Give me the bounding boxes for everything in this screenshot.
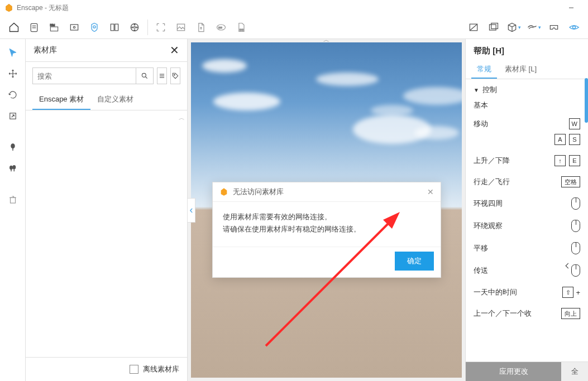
main-area: 素材库 ✕ Enscape 素材 自定义素材 ︿ 离线素材库 ︿ ‹ xyxy=(0,39,588,381)
help-subhead-basic: 基本 xyxy=(474,100,580,110)
view-manage-button[interactable] xyxy=(65,18,84,37)
svg-point-13 xyxy=(134,24,135,25)
svg-rect-32 xyxy=(13,169,15,172)
help-panel: 帮助 [H] 常规 素材库 [L] ▼ 控制 基本 移动 W AS 上升／下降 … xyxy=(465,39,588,381)
minimize-button[interactable] xyxy=(559,0,584,16)
mouse-icon xyxy=(571,220,580,232)
svg-line-35 xyxy=(146,77,147,79)
scroll-up-icon: ︿ xyxy=(179,114,185,122)
svg-point-30 xyxy=(12,165,16,170)
mouse-icon xyxy=(571,242,580,254)
vr-button[interactable] xyxy=(544,18,563,37)
image-button[interactable] xyxy=(171,18,190,37)
help-tab-assets[interactable]: 素材库 [L] xyxy=(499,61,542,79)
svg-rect-17 xyxy=(177,24,184,31)
help-tab-general[interactable]: 常规 xyxy=(471,61,497,79)
eye-toggle-button[interactable] xyxy=(565,18,584,37)
asset-panel-close-button[interactable]: ✕ xyxy=(170,45,179,56)
dialog-title: 无法访问素材库 xyxy=(233,187,284,197)
svg-point-27 xyxy=(11,143,15,148)
svg-text:EXE: EXE xyxy=(240,28,244,31)
svg-rect-6 xyxy=(70,25,78,30)
help-row-timeofday: 一天中的时间 xyxy=(474,287,517,297)
offline-label: 离线素材库 xyxy=(143,364,179,374)
asset-list-area: ︿ xyxy=(26,110,187,357)
dialog-line1: 使用素材库需要有效的网络连接。 xyxy=(223,211,431,223)
svg-rect-28 xyxy=(12,148,13,151)
titlebar: Enscape - 无标题 xyxy=(0,0,588,16)
svg-text:BIM: BIM xyxy=(50,23,55,26)
select-tool[interactable] xyxy=(3,42,23,62)
export-button[interactable] xyxy=(192,18,211,37)
expand-top-handle[interactable]: ︿ xyxy=(323,36,329,44)
asset-library-panel: 素材库 ✕ Enscape 素材 自定义素材 ︿ 离线素材库 xyxy=(26,39,188,381)
panorama-button[interactable]: 360 xyxy=(212,18,231,37)
main-toolbar: BIM 360 EXE ▾ ▾ xyxy=(0,16,588,39)
caret-down-icon: ▼ xyxy=(474,87,479,93)
list-view-button[interactable] xyxy=(157,67,167,84)
dialog-line2: 请确保在使用素材库时有稳定的网络连接。 xyxy=(223,223,431,235)
single-tree-tool[interactable] xyxy=(3,137,23,157)
search-button[interactable] xyxy=(136,67,154,84)
svg-point-15 xyxy=(134,30,135,31)
help-row-updown: 上升／下降 xyxy=(474,156,510,166)
exe-export-button[interactable]: EXE xyxy=(232,18,251,37)
svg-rect-10 xyxy=(115,24,118,31)
move-tool[interactable] xyxy=(3,64,23,84)
no-image-button[interactable] xyxy=(464,18,483,37)
dialog-close-button[interactable]: ✕ xyxy=(427,187,434,196)
mouse-double-icon xyxy=(571,264,580,277)
tab-enscape-assets[interactable]: Enscape 素材 xyxy=(32,90,90,110)
svg-rect-24 xyxy=(491,23,498,28)
svg-text:360: 360 xyxy=(218,26,223,28)
help-body: ▼ 控制 基本 移动 W AS 上升／下降 ↑E 行走／飞行 空格 环视四周 环… xyxy=(466,79,588,361)
asset-search-input[interactable] xyxy=(32,67,136,84)
viewport[interactable]: ︿ ‹ 无法访问素材库 ✕ 使用素材库需要有效的网络连接。 请确保在使用素材库时… xyxy=(188,39,465,381)
rotate-tool[interactable] xyxy=(3,85,23,105)
bim-button[interactable]: BIM xyxy=(45,18,64,37)
help-row-look: 环视四周 xyxy=(474,199,503,209)
gallery-button[interactable] xyxy=(484,18,503,37)
visual-settings-button[interactable] xyxy=(85,18,104,37)
svg-point-8 xyxy=(93,26,95,28)
scale-tool[interactable] xyxy=(3,106,23,126)
help-section-control[interactable]: ▼ 控制 xyxy=(474,85,580,95)
multi-tree-tool[interactable] xyxy=(3,158,23,179)
left-toolbar xyxy=(0,39,26,381)
apply-changes-button[interactable]: 应用更改 xyxy=(466,362,561,381)
video-button[interactable] xyxy=(125,18,144,37)
help-row-move: 移动 xyxy=(474,119,488,129)
right-scrollbar[interactable] xyxy=(585,78,588,123)
help-title: 帮助 [H] xyxy=(466,39,588,61)
help-row-teleport: 传送 xyxy=(474,266,488,276)
app-logo-icon xyxy=(4,3,13,12)
help-footer: 应用更改 全 xyxy=(466,361,588,381)
tab-custom-assets[interactable]: 自定义素材 xyxy=(90,90,140,110)
svg-point-39 xyxy=(174,74,175,75)
dialog-logo-icon xyxy=(219,187,228,196)
svg-rect-5 xyxy=(50,27,58,31)
all-button[interactable]: 全 xyxy=(561,362,588,381)
help-row-walkfly: 行走／飞行 xyxy=(474,177,510,187)
dialog-body: 使用素材库需要有效的网络连接。 请确保在使用素材库时有稳定的网络连接。 xyxy=(213,202,441,247)
clipboard-button[interactable] xyxy=(25,18,44,37)
help-tabs: 常规 素材库 [L] xyxy=(466,61,588,79)
offline-checkbox[interactable] xyxy=(130,365,138,374)
wing-button[interactable]: ▾ xyxy=(524,18,543,37)
delete-tool[interactable] xyxy=(3,190,23,210)
mouse-icon xyxy=(571,197,580,210)
collapse-left-handle[interactable]: ‹ xyxy=(188,198,195,223)
tag-button[interactable] xyxy=(170,67,180,84)
cube-button[interactable]: ▾ xyxy=(504,18,523,37)
svg-point-16 xyxy=(132,27,133,28)
screenshot-button[interactable] xyxy=(151,18,170,37)
asset-panel-title: 素材库 xyxy=(34,45,57,55)
dialog-ok-button[interactable]: 确定 xyxy=(395,252,434,271)
home-button[interactable] xyxy=(4,18,23,37)
svg-rect-31 xyxy=(11,170,12,172)
asset-library-button[interactable] xyxy=(105,18,124,37)
asset-tabs: Enscape 素材 自定义素材 xyxy=(26,90,187,110)
svg-point-12 xyxy=(133,26,135,28)
help-row-pan: 平移 xyxy=(474,243,488,253)
svg-point-29 xyxy=(9,166,13,170)
